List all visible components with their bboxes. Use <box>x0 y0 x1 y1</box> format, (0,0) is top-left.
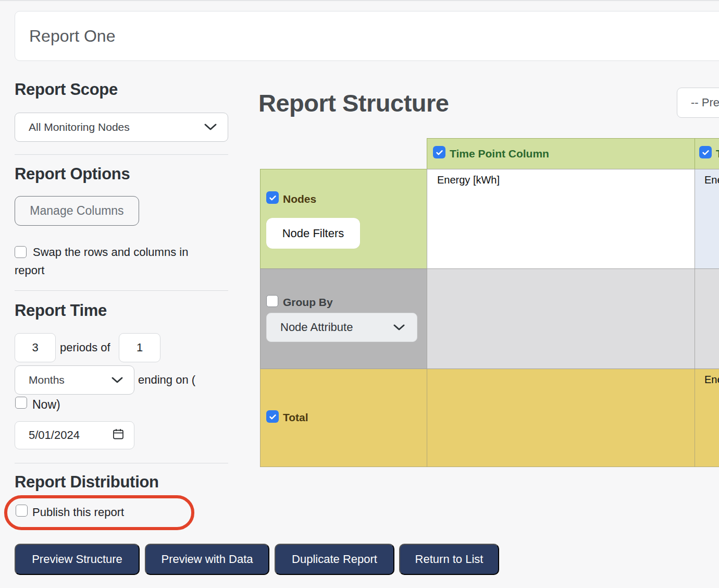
clipped-column-label: T <box>716 148 719 160</box>
report-distribution-heading: Report Distribution <box>15 473 159 492</box>
swap-rows-columns-label: Swap the rows and columns in report <box>15 246 188 277</box>
periods-of-label: periods of <box>60 341 110 354</box>
time-point-column-label: Time Point Column <box>450 148 549 160</box>
group-by-label: Group By <box>283 296 333 309</box>
check-icon <box>435 148 444 157</box>
group-by-attribute-value: Node Attribute <box>280 321 353 334</box>
report-scope-heading: Report Scope <box>15 80 118 99</box>
report-structure-heading: Report Structure <box>258 89 449 117</box>
cell-nodes-clipped-column: Ene <box>695 169 719 269</box>
end-date-input[interactable]: 5/01/2024 <box>15 421 134 449</box>
cell-nodes-time-point: Energy [kWh] <box>427 169 695 269</box>
calendar-icon[interactable] <box>112 427 125 444</box>
divider <box>15 290 228 291</box>
preset-selected-value: -- Pre <box>691 96 719 109</box>
row-header-nodes: Nodes Node Filters <box>260 169 427 269</box>
manage-columns-button[interactable]: Manage Columns <box>15 196 139 226</box>
return-to-list-button[interactable]: Return to List <box>399 544 499 575</box>
total-checkbox[interactable] <box>266 410 279 423</box>
column-header-time-point: Time Point Column <box>427 138 695 169</box>
node-filters-button[interactable]: Node Filters <box>266 218 360 249</box>
cell-total-time-point <box>427 369 695 467</box>
row-header-total: Total <box>260 369 427 467</box>
report-scope-select[interactable]: All Monitoring Nodes <box>15 113 228 142</box>
ending-on-label: ending on ( <box>138 373 195 387</box>
cell-value: Energy [kWh] <box>437 174 500 186</box>
cell-total-clipped-column: Ene <box>695 369 719 467</box>
num-periods-input[interactable] <box>15 333 56 362</box>
report-options-heading: Report Options <box>15 165 130 183</box>
report-time-heading: Report Time <box>15 301 107 320</box>
column-header-clipped: T <box>695 138 719 169</box>
group-by-checkbox[interactable] <box>266 295 278 307</box>
swap-rows-columns-row: Swap the rows and columns in report <box>15 243 214 279</box>
divider <box>15 154 228 155</box>
now-label: Now) <box>32 398 60 412</box>
nodes-checkbox[interactable] <box>266 191 279 204</box>
period-unit-selected-value: Months <box>29 374 65 386</box>
period-size-input[interactable] <box>119 333 160 362</box>
check-icon <box>268 412 277 421</box>
chevron-down-icon <box>204 121 217 133</box>
clipped-column-checkbox[interactable] <box>699 146 712 158</box>
duplicate-report-button[interactable]: Duplicate Report <box>275 544 394 575</box>
nodes-label: Nodes <box>283 193 316 205</box>
check-icon <box>701 148 710 157</box>
preview-structure-button[interactable]: Preview Structure <box>15 544 140 575</box>
preview-with-data-button[interactable]: Preview with Data <box>145 544 269 575</box>
publish-report-label: Publish this report <box>32 506 124 519</box>
time-point-column-checkbox[interactable] <box>433 146 445 158</box>
row-header-group-by: Group By Node Attribute <box>260 268 427 369</box>
now-checkbox[interactable] <box>15 397 27 409</box>
end-date-value: 5/01/2024 <box>29 428 80 442</box>
chevron-down-icon <box>393 321 405 334</box>
group-by-attribute-select[interactable]: Node Attribute <box>266 313 417 342</box>
chevron-down-icon <box>111 374 123 386</box>
cell-group-by-time-point <box>427 268 695 369</box>
cell-value: Ene <box>704 374 719 386</box>
divider <box>15 463 228 463</box>
swap-rows-columns-checkbox[interactable] <box>15 246 27 258</box>
report-scope-selected-value: All Monitoring Nodes <box>29 121 130 133</box>
preset-select[interactable]: -- Pre <box>677 88 719 118</box>
cell-group-by-clipped-column <box>695 268 719 369</box>
report-name-input[interactable] <box>15 11 719 61</box>
page-top-divider <box>0 0 719 1</box>
cell-value: Ene <box>704 174 719 186</box>
period-unit-select[interactable]: Months <box>15 365 134 395</box>
total-label: Total <box>283 411 308 424</box>
publish-report-checkbox[interactable] <box>16 505 28 517</box>
check-icon <box>268 193 277 202</box>
